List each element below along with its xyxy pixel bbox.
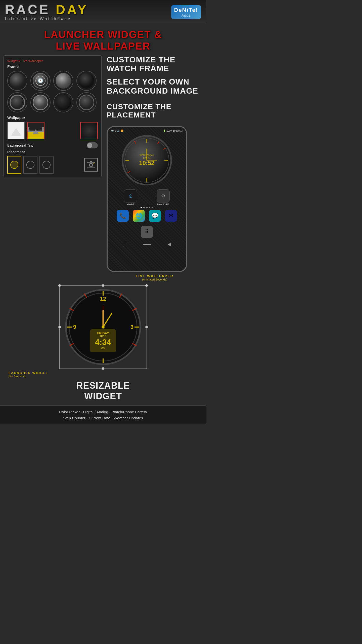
frame-grid: 🕐 xyxy=(7,71,98,112)
footer-line-1: Color Picker - Digital / Analog - Watch/… xyxy=(5,409,201,415)
messages-app-icon[interactable]: 💬 xyxy=(149,210,161,222)
resize-handle-top-left[interactable] xyxy=(58,284,61,287)
svg-text:3: 3 xyxy=(130,324,133,330)
wallpaper-option-dark[interactable] xyxy=(80,122,98,139)
widget-ampm-display: PM xyxy=(95,347,111,350)
dot-3 xyxy=(146,207,148,208)
widget-caption-section: LAUNCHER WIDGET (No Seconds) xyxy=(4,371,203,378)
nav-home-button[interactable] xyxy=(143,244,151,245)
phone-watch-face: WEDNESDAY FEB 12 10:52 xyxy=(122,135,172,185)
widget-time-overlay: FRIDAY FEB 2 4:34 PM xyxy=(90,329,116,352)
tint-label: Background Tint xyxy=(7,143,33,147)
app-dock: 📞 🌐 💬 ✉ ⠿ xyxy=(109,210,185,238)
frame-option-6[interactable] xyxy=(30,92,51,112)
left-panel: Widget & Live Wallpaper Frame 🕐 xyxy=(4,55,102,281)
placement-option-1[interactable] xyxy=(7,156,21,174)
day-text: DAY xyxy=(56,2,88,17)
frame-option-3[interactable] xyxy=(53,71,73,91)
hero-section: LAUNCHER WIDGET & LIVE WALLPAPER xyxy=(0,24,206,55)
tint-row: Background Tint xyxy=(7,142,98,148)
widget-subcaption: (No Seconds) xyxy=(9,375,203,378)
placement-option-2[interactable] xyxy=(23,156,37,174)
placement-row xyxy=(7,156,98,174)
svg-marker-0 xyxy=(11,128,21,136)
frame-option-8[interactable] xyxy=(76,92,97,112)
dot-1 xyxy=(141,207,142,208)
widget-day-display: FRIDAY xyxy=(95,331,111,335)
denite-logo: DeNiTe! Appz xyxy=(171,5,201,19)
frame-option-2[interactable]: 🕐 xyxy=(30,71,51,91)
svg-point-5 xyxy=(89,163,93,167)
widget-box: Widget & Live Wallpaper Frame 🕐 xyxy=(4,55,102,177)
clock-svg: 12 3 9 xyxy=(64,288,142,366)
resizable-label: RESIZABLE WIDGET xyxy=(4,380,203,401)
frame-option-7[interactable] xyxy=(53,92,73,112)
hero-line1: LAUNCHER WIDGET & xyxy=(44,29,162,40)
frame-option-5[interactable] xyxy=(7,92,27,112)
hero-title: LAUNCHER WIDGET & LIVE WALLPAPER xyxy=(3,29,204,52)
widget-section: 12 3 9 FRIDAY FEB 2 xyxy=(4,285,203,401)
header-title: RACE DAY Interactive WatchFace xyxy=(5,3,88,21)
phone-nav xyxy=(109,240,185,249)
watchr-app-icon[interactable]: ⊙ xyxy=(124,189,137,203)
denite-bottom: Appz xyxy=(174,13,198,17)
header: RACE DAY Interactive WatchFace DeNiTe! A… xyxy=(0,0,206,24)
phone-status-bar: 📷 ⚙ 🔊 📶 🔋 100% 10:52 AM xyxy=(109,129,185,133)
wallpaper-option-white[interactable] xyxy=(7,122,25,139)
svg-point-35 xyxy=(102,326,105,329)
resize-handle-middle-left[interactable] xyxy=(58,326,61,328)
dot-2 xyxy=(143,207,145,208)
widget-caption: LAUNCHER WIDGET xyxy=(9,371,203,375)
chrome-app-icon[interactable]: 🌐 xyxy=(133,210,145,222)
footer: Color Picker - Digital / Analog - Watch/… xyxy=(0,406,206,424)
widget-time-display: 4:34 xyxy=(95,338,111,347)
tint-toggle[interactable] xyxy=(87,142,98,148)
phone-top-apps: ⊙ WatchR ⚙ CompliFy HD xyxy=(109,189,185,205)
app-title: RACE DAY xyxy=(5,3,88,16)
subtitle: Interactive WatchFace xyxy=(5,17,88,21)
watchr-label: WatchR xyxy=(124,203,137,205)
placement-option-3[interactable] xyxy=(39,156,54,174)
svg-text:12: 12 xyxy=(100,296,106,302)
apps-app-icon[interactable]: ⠿ xyxy=(141,226,153,238)
phone-icons: 📷 ⚙ 🔊 📶 xyxy=(111,130,123,132)
footer-line-2: Step Counter - Current Date - Weather Up… xyxy=(5,415,201,421)
dot-4 xyxy=(149,207,150,208)
resize-handle-top-center[interactable] xyxy=(102,284,104,287)
complify-label: CompliFy HD xyxy=(157,203,170,205)
resizable-section: RESIZABLE WIDGET xyxy=(4,380,203,401)
frame-option-4[interactable] xyxy=(76,71,97,91)
feature-3-text: CUSTOMIZE THE PLACEMENT xyxy=(107,102,203,119)
clock-widget: 12 3 9 FRIDAY FEB 2 xyxy=(64,288,142,366)
resize-handle-middle-right[interactable] xyxy=(145,326,148,328)
nav-back-button[interactable] xyxy=(168,243,171,247)
hero-line2: LIVE WALLPAPER xyxy=(56,41,150,52)
nav-square-button[interactable] xyxy=(123,243,126,246)
denite-top: DeNiTe! xyxy=(174,7,198,13)
feature-2-text: SELECT YOUR OWN BACKGROUND IMAGE xyxy=(107,77,203,95)
phone-screen: 📷 ⚙ 🔊 📶 🔋 100% 10:52 AM xyxy=(108,127,186,271)
main-content: Widget & Live Wallpaper Frame 🕐 xyxy=(0,55,206,281)
phone-app-icon[interactable]: 📞 xyxy=(117,210,129,222)
live-wallpaper-caption: LIVE WALLPAPER xyxy=(107,274,203,278)
widget-resize-box: 12 3 9 FRIDAY FEB 2 xyxy=(59,285,147,369)
complify-app-icon[interactable]: ⚙ xyxy=(157,189,170,203)
wallpaper-row xyxy=(7,122,98,139)
resize-handle-top-right[interactable] xyxy=(145,284,148,287)
dot-5 xyxy=(152,207,153,208)
frame-option-1[interactable] xyxy=(7,71,27,91)
toggle-knob xyxy=(87,143,92,148)
live-wallpaper-section: LIVE WALLPAPER (Animated Seconds) xyxy=(107,274,203,281)
resize-handle-bottom-center[interactable] xyxy=(102,367,104,370)
page-dots xyxy=(109,207,185,208)
photo-picker-button[interactable] xyxy=(84,158,98,172)
frame-label: Frame xyxy=(7,64,98,69)
wallpaper-label: Wallpaper xyxy=(7,115,98,120)
feature-1-text: CUSTOMIZE THE WATCH FRAME xyxy=(107,55,203,73)
widget-label: Widget & Live Wallpaper xyxy=(7,59,98,63)
bottom-section: 12 3 9 FRIDAY FEB 2 xyxy=(0,281,206,406)
phone-mockup: 📷 ⚙ 🔊 📶 🔋 100% 10:52 AM xyxy=(107,126,187,272)
wallpaper-option-mountain[interactable] xyxy=(27,122,44,139)
live-wallpaper-subcaption: (Animated Seconds) xyxy=(107,278,203,281)
email-app-icon[interactable]: ✉ xyxy=(165,210,177,222)
